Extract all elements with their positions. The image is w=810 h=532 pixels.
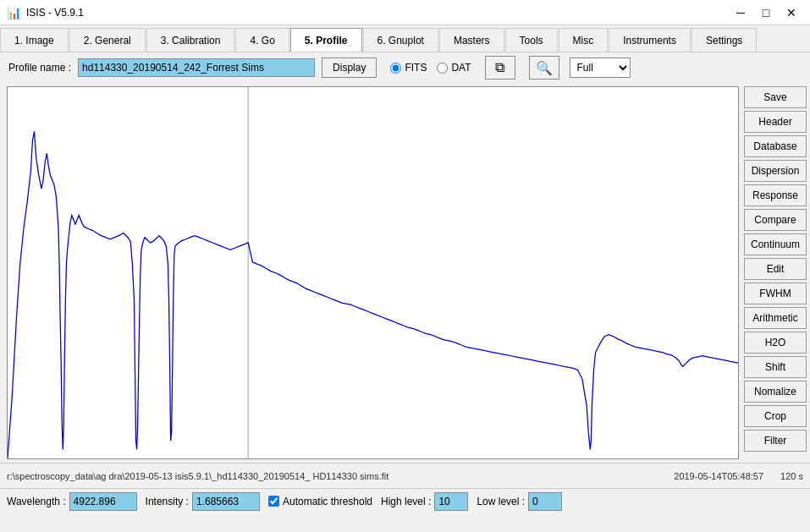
save-button[interactable]: Save xyxy=(744,86,807,108)
low-level-label: Low level : xyxy=(477,496,525,507)
low-level-group: Low level : xyxy=(477,492,562,511)
tab-calibration[interactable]: 3. Calibration xyxy=(146,28,235,52)
duration: 120 s xyxy=(780,471,803,481)
maximize-button[interactable]: □ xyxy=(754,3,778,22)
high-level-label: High level : xyxy=(381,496,431,507)
close-button[interactable]: ✕ xyxy=(780,3,803,22)
auto-threshold-label[interactable]: Automatic threshold xyxy=(268,496,372,507)
continuum-button[interactable]: Continuum xyxy=(744,233,807,255)
fits-radio[interactable] xyxy=(390,63,401,74)
view-mode-select[interactable]: Full Partial Custom xyxy=(570,58,631,78)
tab-profile[interactable]: 5. Profile xyxy=(290,28,362,52)
database-button[interactable]: Database xyxy=(744,135,807,157)
window-title: ISIS - V5.9.1 xyxy=(26,7,84,19)
tab-general[interactable]: 2. General xyxy=(69,28,146,52)
format-radio-group: FITS DAT xyxy=(390,62,471,74)
tab-go[interactable]: 4. Go xyxy=(235,28,289,52)
tab-settings[interactable]: Settings xyxy=(692,28,757,52)
bottom-bar: Wavelength : Intensity : Automatic thres… xyxy=(0,488,810,513)
wavelength-group: Wavelength : xyxy=(7,492,137,511)
titlebar-controls: ─ □ ✕ xyxy=(729,3,803,22)
menu-tabs: 1. Image2. General3. Calibration4. Go5. … xyxy=(0,25,810,52)
header-button[interactable]: Header xyxy=(744,111,807,133)
h2o-button[interactable]: H2O xyxy=(744,332,807,354)
main-content: SaveHeaderDatabaseDispersionResponseComp… xyxy=(0,83,810,463)
dat-radio-label[interactable]: DAT xyxy=(437,62,471,74)
compare-button[interactable]: Compare xyxy=(744,209,807,231)
svg-rect-0 xyxy=(8,87,738,458)
chart-area xyxy=(7,86,739,459)
high-level-group: High level : xyxy=(381,492,468,511)
intensity-group: Intensity : xyxy=(146,492,260,511)
tab-instruments[interactable]: Instruments xyxy=(609,28,691,52)
folder-search-button[interactable]: 🔍 xyxy=(529,56,559,80)
tab-masters[interactable]: Masters xyxy=(439,28,504,52)
observation-date: 2019-05-14T05:48:57 xyxy=(674,471,763,481)
copy-button[interactable]: ⧉ xyxy=(485,56,515,80)
profile-name-input[interactable] xyxy=(78,58,315,77)
intensity-input[interactable] xyxy=(192,492,260,511)
arithmetic-button[interactable]: Arithmetic xyxy=(744,307,807,329)
intensity-label: Intensity : xyxy=(146,496,189,507)
dispersion-button[interactable]: Dispersion xyxy=(744,160,807,182)
fwhm-button[interactable]: FWHM xyxy=(744,282,807,304)
filter-button[interactable]: Filter xyxy=(744,430,807,452)
response-button[interactable]: Response xyxy=(744,184,807,206)
profile-name-label: Profile name : xyxy=(8,62,71,74)
titlebar-left: 📊 ISIS - V5.9.1 xyxy=(7,6,84,19)
nomalize-button[interactable]: Nomalize xyxy=(744,381,807,403)
wavelength-input[interactable] xyxy=(69,492,137,511)
fits-radio-label[interactable]: FITS xyxy=(390,62,427,74)
tab-misc[interactable]: Misc xyxy=(559,28,609,52)
titlebar: 📊 ISIS - V5.9.1 ─ □ ✕ xyxy=(0,0,810,25)
spectrum-chart xyxy=(8,87,738,458)
minimize-button[interactable]: ─ xyxy=(729,3,752,22)
tab-gnuplot[interactable]: 6. Gnuplot xyxy=(363,28,438,52)
profile-bar: Profile name : Display FITS DAT ⧉ 🔍 Full… xyxy=(0,52,810,83)
file-path: r:\spectroscopy_data\ag dra\2019-05-13 i… xyxy=(7,471,388,481)
tab-image[interactable]: 1. Image xyxy=(0,28,69,52)
edit-button[interactable]: Edit xyxy=(744,258,807,280)
statusbar: r:\spectroscopy_data\ag dra\2019-05-13 i… xyxy=(0,463,810,488)
shift-button[interactable]: Shift xyxy=(744,356,807,378)
app-icon: 📊 xyxy=(7,6,21,19)
display-button[interactable]: Display xyxy=(322,58,377,78)
auto-threshold-checkbox[interactable] xyxy=(268,496,279,507)
high-level-input[interactable] xyxy=(434,492,468,511)
tab-tools[interactable]: Tools xyxy=(505,28,558,52)
sidebar: SaveHeaderDatabaseDispersionResponseComp… xyxy=(742,83,810,463)
crop-button[interactable]: Crop xyxy=(744,405,807,427)
low-level-input[interactable] xyxy=(528,492,562,511)
dat-radio[interactable] xyxy=(437,63,448,74)
wavelength-label: Wavelength : xyxy=(7,496,66,507)
